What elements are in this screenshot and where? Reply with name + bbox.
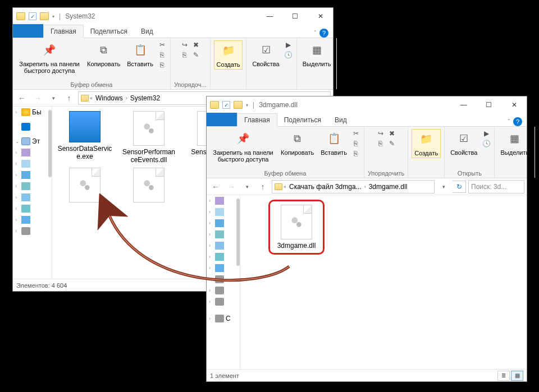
back-button[interactable]: ← xyxy=(209,180,222,193)
nav-pane[interactable]: › › › › › › › › › › ›C xyxy=(207,195,240,369)
pictures-icon[interactable] xyxy=(215,230,224,238)
tab-share[interactable]: Поделиться xyxy=(277,114,328,126)
copy-button[interactable]: ⧉ Копировать xyxy=(278,129,316,157)
tab-main[interactable]: Главная xyxy=(237,113,277,127)
minimize-button[interactable]: — xyxy=(257,8,282,25)
forward-button[interactable]: → xyxy=(225,180,238,193)
desktop-icon[interactable] xyxy=(215,264,224,272)
history-icon[interactable]: 🕓 xyxy=(482,139,491,148)
qat-props-icon[interactable]: ✓ xyxy=(222,101,230,109)
cd-drive-icon[interactable] xyxy=(215,315,224,322)
help-icon[interactable]: ? xyxy=(513,117,522,126)
file-item[interactable] xyxy=(57,168,113,202)
help-icon[interactable]: ? xyxy=(319,29,328,38)
cut-icon[interactable]: ✂ xyxy=(158,40,167,49)
details-view-button[interactable]: ≣ xyxy=(497,371,510,381)
3d-objects-icon[interactable] xyxy=(215,253,224,261)
videos-icon[interactable] xyxy=(21,149,30,156)
file-item-highlighted[interactable]: 3dmgame.dll xyxy=(268,200,325,255)
moveto-icon[interactable]: ↪ xyxy=(180,40,189,49)
downloads-icon[interactable] xyxy=(21,171,30,179)
drive-icon[interactable] xyxy=(215,287,224,294)
copypath-icon[interactable]: ⎘ xyxy=(158,50,167,59)
3d-objects-icon[interactable] xyxy=(21,205,30,213)
paste-button[interactable]: 📋 Вставить xyxy=(318,129,349,157)
documents-icon[interactable] xyxy=(215,208,224,216)
music-icon[interactable] xyxy=(215,242,224,250)
copy-button[interactable]: ⧉ Копировать xyxy=(85,40,122,68)
paste-button[interactable]: 📋 Вставить xyxy=(125,40,156,68)
close-button[interactable]: ✕ xyxy=(501,97,527,113)
copyto-icon[interactable]: ⎘ xyxy=(180,50,189,59)
file-list[interactable]: 3dmgame.dll xyxy=(240,195,527,369)
tab-view[interactable]: Вид xyxy=(134,25,160,38)
videos-icon[interactable] xyxy=(215,197,224,205)
new-folder-button[interactable]: 📁 Создать xyxy=(214,40,243,70)
select-button[interactable]: ▦ Выделить xyxy=(300,40,334,68)
properties-button[interactable]: ☑ Свойства xyxy=(250,40,281,68)
address-bar[interactable]: « Скачать файл 3dmga... › 3dmgame.dll xyxy=(272,180,435,193)
pin-button[interactable]: 📌 Закрепить на панели быстрого доступа xyxy=(210,129,276,164)
drive-icon[interactable] xyxy=(215,275,224,283)
delete-icon[interactable]: ✖ xyxy=(191,40,200,49)
rename-icon[interactable]: ✎ xyxy=(191,50,200,59)
search-input[interactable]: Поиск: 3d... xyxy=(468,180,524,193)
file-tab[interactable] xyxy=(207,113,237,126)
nav-pane[interactable]: ›Бы ⌄Эт › › › › › › › › xyxy=(13,107,52,279)
delete-icon[interactable]: ✖ xyxy=(387,129,396,138)
cut-icon[interactable]: ✂ xyxy=(351,129,360,138)
maximize-button[interactable]: ☐ xyxy=(476,97,501,113)
drive-icon[interactable] xyxy=(21,227,30,235)
close-button[interactable]: ✕ xyxy=(308,8,333,25)
rename-icon[interactable]: ✎ xyxy=(387,139,396,148)
file-item[interactable]: SensorPerformanceEvents.dll xyxy=(121,111,177,164)
qat-props-icon[interactable]: ✓ xyxy=(29,12,36,20)
pasteshortcut-icon[interactable]: ⎘ xyxy=(351,149,360,158)
forward-button[interactable]: → xyxy=(31,91,44,105)
titlebar[interactable]: ✓ ▾ | 3dmgame.dll — ☐ ✕ xyxy=(207,96,527,113)
pasteshortcut-icon[interactable]: ⎘ xyxy=(158,61,167,70)
documents-icon[interactable] xyxy=(21,160,30,168)
breadcrumb-seg[interactable]: System32 xyxy=(129,94,162,102)
file-item[interactable]: SensorDataService.exe xyxy=(57,111,113,164)
file-item[interactable] xyxy=(121,168,177,202)
recent-button[interactable]: ▾ xyxy=(47,91,60,105)
up-button[interactable]: ↑ xyxy=(256,180,270,193)
icons-view-button[interactable]: ▦ xyxy=(511,371,523,381)
folder-open-icon[interactable] xyxy=(40,12,49,20)
pictures-icon[interactable] xyxy=(21,182,30,190)
tab-main[interactable]: Главная xyxy=(43,25,84,38)
addr-dropdown-icon[interactable]: ▾ xyxy=(437,180,450,193)
pin-button[interactable]: 📌 Закрепить на панели быстрого доступа xyxy=(16,40,83,75)
qat-dropdown-icon[interactable]: ▾ xyxy=(246,103,248,108)
ribbon-collapse-icon[interactable]: ˆ xyxy=(314,30,316,36)
properties-button[interactable]: ☑ Свойства xyxy=(448,129,479,157)
downloads-icon[interactable] xyxy=(215,219,224,227)
recent-button[interactable]: ▾ xyxy=(240,180,254,193)
breadcrumb-seg[interactable]: Скачать файл 3dmga... xyxy=(287,183,363,191)
new-folder-button[interactable]: 📁 Создать xyxy=(412,129,441,158)
tab-view[interactable]: Вид xyxy=(328,114,354,126)
copypath-icon[interactable]: ⎘ xyxy=(351,139,360,148)
qat-dropdown-icon[interactable]: ▾ xyxy=(52,14,54,19)
desktop-icon[interactable] xyxy=(21,216,30,224)
music-icon[interactable] xyxy=(21,193,30,201)
drive-icon[interactable] xyxy=(215,298,224,306)
tab-share[interactable]: Поделиться xyxy=(84,25,134,38)
refresh-button[interactable]: ↻ xyxy=(453,181,466,193)
history-icon[interactable]: 🕓 xyxy=(284,50,293,59)
up-button[interactable]: ↑ xyxy=(62,91,76,105)
folder-open-icon[interactable] xyxy=(234,101,243,109)
breadcrumb-seg[interactable]: Windows xyxy=(94,94,125,102)
copyto-icon[interactable]: ⎘ xyxy=(376,139,385,148)
ribbon-collapse-icon[interactable]: ˆ xyxy=(508,119,510,125)
maximize-button[interactable]: ☐ xyxy=(282,8,308,25)
titlebar[interactable]: ✓ ▾ | System32 — ☐ ✕ xyxy=(13,8,333,25)
moveto-icon[interactable]: ↪ xyxy=(376,129,385,138)
open-icon[interactable]: ▶ xyxy=(482,129,491,138)
breadcrumb-seg[interactable]: 3dmgame.dll xyxy=(367,183,409,191)
select-button[interactable]: ▦ Выделить xyxy=(498,129,531,157)
minimize-button[interactable]: — xyxy=(451,97,476,113)
file-tab[interactable] xyxy=(13,24,43,38)
back-button[interactable]: ← xyxy=(15,91,29,105)
